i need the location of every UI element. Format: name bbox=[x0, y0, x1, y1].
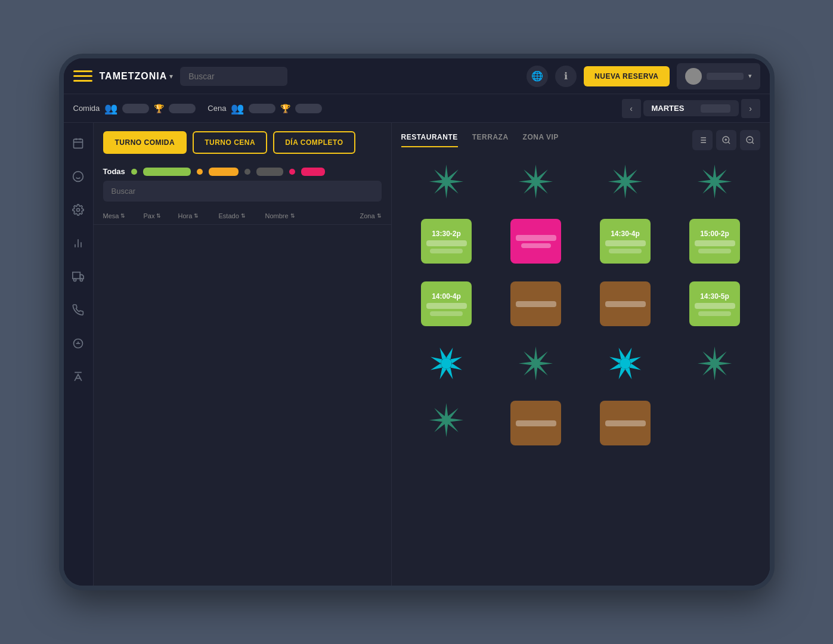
zone-tab-zona-vip[interactable]: ZONA VIP bbox=[523, 133, 559, 147]
svg-marker-101 bbox=[717, 351, 727, 361]
filter-pill-gray[interactable] bbox=[256, 168, 283, 176]
filter-dot-pink[interactable] bbox=[289, 169, 295, 175]
svg-marker-67 bbox=[450, 363, 463, 372]
filter-pill-pink[interactable] bbox=[301, 168, 325, 176]
svg-marker-73 bbox=[446, 347, 455, 360]
table-item-t1[interactable] bbox=[411, 162, 482, 201]
svg-marker-95 bbox=[717, 366, 727, 376]
zone-actions bbox=[692, 130, 760, 150]
table-item-t3[interactable] bbox=[590, 162, 661, 201]
filter-dot-gray[interactable] bbox=[244, 169, 250, 175]
filter-dot-orange[interactable] bbox=[197, 169, 203, 175]
svg-marker-65 bbox=[717, 169, 727, 179]
sidebar-icon-face[interactable] bbox=[67, 166, 89, 187]
app-container: TAMETZONIA ▾ 🌐 ℹ NUEVA RESERVA ▾ Comida … bbox=[64, 58, 770, 586]
filter-bar: Todas bbox=[94, 162, 391, 181]
svg-marker-36 bbox=[434, 169, 444, 179]
sidebar-icon-calendar[interactable] bbox=[67, 132, 89, 154]
main-body: TURNO COMIDA TURNO CENA DÍA COMPLETO Tod… bbox=[64, 123, 770, 586]
table-item-t8[interactable]: 15:00-2p bbox=[679, 219, 751, 264]
sidebar-icon-chart[interactable] bbox=[67, 233, 89, 254]
table-item-t2[interactable] bbox=[500, 162, 572, 201]
svg-marker-59 bbox=[717, 184, 727, 194]
svg-marker-106 bbox=[434, 422, 444, 432]
svg-marker-47 bbox=[538, 169, 548, 179]
svg-marker-69 bbox=[438, 367, 447, 380]
svg-marker-76 bbox=[540, 362, 553, 365]
table-item-t10[interactable] bbox=[500, 281, 572, 326]
svg-marker-44 bbox=[519, 180, 531, 183]
table-item-t16[interactable] bbox=[679, 344, 751, 383]
svg-marker-91 bbox=[625, 347, 634, 360]
svg-marker-37 bbox=[445, 165, 448, 177]
table-item-t18[interactable] bbox=[500, 401, 572, 445]
svg-marker-83 bbox=[538, 351, 548, 361]
svg-marker-87 bbox=[617, 367, 625, 380]
svg-marker-46 bbox=[534, 165, 537, 177]
globe-button[interactable]: 🌐 bbox=[527, 66, 548, 87]
svg-marker-77 bbox=[538, 366, 548, 376]
table-item-t7[interactable]: 14:30-4p bbox=[590, 219, 661, 264]
day-label: MARTES bbox=[652, 104, 696, 113]
brand-selector[interactable]: TAMETZONIA ▾ bbox=[100, 71, 174, 82]
table-item-t13[interactable] bbox=[411, 344, 482, 383]
col-header-nombre: Nombre ⇅ bbox=[265, 212, 325, 219]
svg-point-13 bbox=[74, 278, 76, 281]
col-header-estado: Estado ⇅ bbox=[219, 212, 261, 219]
svg-marker-98 bbox=[698, 362, 710, 365]
zone-tab-terraza[interactable]: TERRAZA bbox=[472, 133, 509, 147]
sidebar-icon-phone[interactable] bbox=[67, 299, 89, 321]
sidebar-icon-plate[interactable] bbox=[67, 333, 89, 354]
table-item-t6[interactable] bbox=[500, 219, 572, 264]
sub-header: Comida 👥 🏆 Cena 👥 🏆 ‹ MARTES › bbox=[64, 94, 770, 123]
svg-rect-0 bbox=[74, 139, 83, 148]
next-day-button[interactable]: › bbox=[741, 99, 760, 118]
sidebar-icon-person[interactable] bbox=[67, 366, 89, 388]
svg-marker-109 bbox=[445, 403, 448, 416]
filter-pill-orange[interactable] bbox=[209, 168, 239, 176]
table-item-t17[interactable] bbox=[411, 401, 482, 445]
comida-trophy-icon: 🏆 bbox=[154, 104, 164, 113]
table-item-t19[interactable] bbox=[590, 401, 661, 445]
table-item-t12[interactable]: 14:30-5p bbox=[679, 281, 751, 326]
zone-tab-restaurante[interactable]: RESTAURANTE bbox=[401, 133, 458, 147]
table-item-t4[interactable] bbox=[679, 162, 751, 201]
device-frame: TAMETZONIA ▾ 🌐 ℹ NUEVA RESERVA ▾ Comida … bbox=[59, 54, 775, 590]
reservations-search-input[interactable] bbox=[103, 181, 382, 202]
svg-point-66 bbox=[710, 177, 720, 187]
prev-day-button[interactable]: ‹ bbox=[622, 99, 641, 118]
zone-tabs: RESTAURANTE TERRAZA ZONA VIP bbox=[392, 123, 770, 150]
table-item-t11[interactable] bbox=[590, 281, 661, 326]
dia-completo-button[interactable]: DÍA COMPLETO bbox=[273, 131, 355, 154]
svg-marker-99 bbox=[702, 351, 713, 361]
svg-marker-12 bbox=[80, 275, 83, 279]
new-reservation-button[interactable]: NUEVA RESERVA bbox=[584, 66, 669, 86]
cena-trophy-pill bbox=[295, 104, 322, 113]
svg-point-57 bbox=[621, 177, 630, 187]
header-search-input[interactable] bbox=[180, 67, 287, 86]
table-header: Mesa ⇅ Pax ⇅ Hora ⇅ Estado ⇅ bbox=[94, 208, 391, 225]
svg-marker-96 bbox=[713, 368, 716, 380]
zoom-out-button[interactable] bbox=[740, 130, 760, 150]
sidebar-icon-settings[interactable] bbox=[67, 199, 89, 221]
zoom-in-button[interactable] bbox=[716, 130, 736, 150]
filter-dot-green[interactable] bbox=[131, 169, 137, 175]
list-view-button[interactable] bbox=[692, 130, 713, 150]
svg-marker-50 bbox=[627, 184, 637, 194]
shift-buttons: TURNO COMIDA TURNO CENA DÍA COMPLETO bbox=[94, 123, 391, 162]
hamburger-icon[interactable] bbox=[73, 67, 92, 86]
sidebar-icon-truck[interactable] bbox=[67, 266, 89, 287]
user-dropdown[interactable]: ▾ bbox=[677, 63, 760, 89]
table-item-t15[interactable] bbox=[590, 344, 661, 383]
table-item-t5[interactable]: 13:30-2p bbox=[411, 219, 482, 264]
turno-comida-button[interactable]: TURNO COMIDA bbox=[103, 131, 187, 154]
svg-marker-34 bbox=[434, 184, 444, 194]
svg-marker-100 bbox=[713, 346, 716, 359]
user-dropdown-arrow: ▾ bbox=[748, 72, 752, 80]
table-item-t14[interactable] bbox=[500, 344, 572, 383]
info-button[interactable]: ℹ bbox=[555, 66, 577, 87]
cena-trophy-icon: 🏆 bbox=[280, 104, 290, 113]
table-item-t9[interactable]: 14:00-4p bbox=[411, 281, 482, 326]
turno-cena-button[interactable]: TURNO CENA bbox=[193, 131, 267, 154]
filter-pill-green[interactable] bbox=[143, 168, 191, 176]
